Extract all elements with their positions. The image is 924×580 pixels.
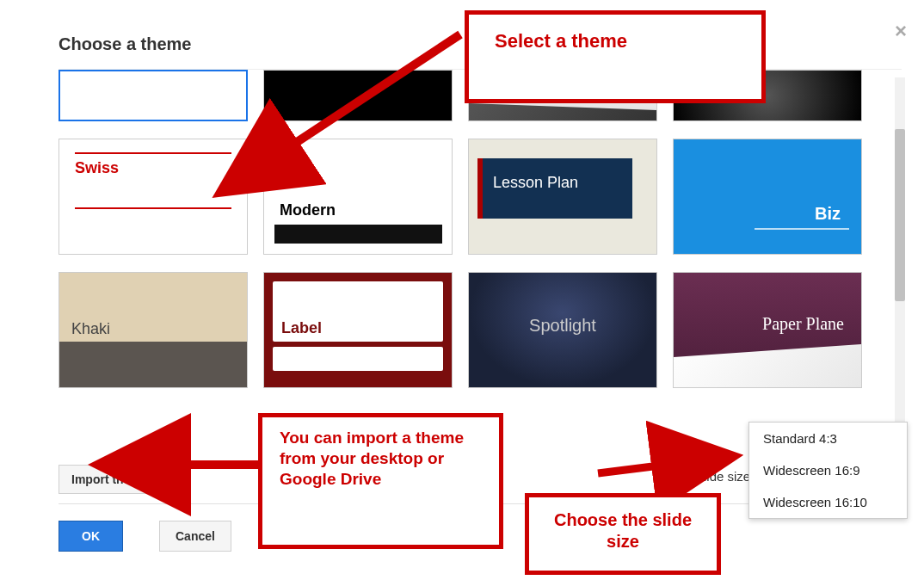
svg-line-0 xyxy=(284,34,460,151)
ok-button[interactable]: OK xyxy=(59,521,123,552)
svg-line-2 xyxy=(598,465,667,473)
theme-label: Lesson Plan xyxy=(477,158,632,219)
theme-gallery: Swiss Modern Lesson Plan Biz Khaki Label xyxy=(59,69,902,439)
theme-label: Modern xyxy=(280,201,336,219)
slide-size-option[interactable]: Widescreen 16:10 xyxy=(749,486,907,518)
theme-khaki[interactable]: Khaki xyxy=(59,272,248,388)
theme-spotlight[interactable]: Spotlight xyxy=(468,272,657,388)
theme-label: Biz xyxy=(815,204,841,224)
theme-label: Label xyxy=(273,281,443,342)
theme-card[interactable] xyxy=(59,70,248,121)
arrow-icon xyxy=(594,452,680,490)
slide-size-option[interactable]: Standard 4:3 xyxy=(749,423,907,454)
scrollbar-thumb[interactable] xyxy=(895,129,905,301)
theme-label: Spotlight xyxy=(469,273,656,336)
annotation-slide-size: Choose the slide size xyxy=(525,493,721,575)
arrow-icon xyxy=(267,26,465,167)
close-icon[interactable]: × xyxy=(895,19,907,43)
scrollbar-track[interactable] xyxy=(895,77,905,422)
theme-label: Khaki xyxy=(71,320,110,338)
theme-lesson-plan[interactable]: Lesson Plan xyxy=(468,139,657,255)
slide-size-dropdown[interactable]: Standard 4:3 Widescreen 16:9 Widescreen … xyxy=(748,422,908,519)
annotation-select-theme: Select a theme xyxy=(465,10,766,103)
theme-paper-plane[interactable]: Paper Plane xyxy=(673,272,862,388)
annotation-import: You can import a theme from your desktop… xyxy=(258,413,503,549)
theme-label: Paper Plane xyxy=(762,314,844,334)
theme-swiss[interactable]: Swiss xyxy=(59,139,248,255)
cancel-button[interactable]: Cancel xyxy=(159,521,231,552)
theme-biz[interactable]: Biz xyxy=(673,139,862,255)
arrow-icon xyxy=(163,447,267,485)
import-theme-button[interactable]: Import theme xyxy=(59,465,161,494)
slide-size-label: Slide size: xyxy=(695,469,754,484)
slide-size-option[interactable]: Widescreen 16:9 xyxy=(749,454,907,486)
theme-label: Swiss xyxy=(75,159,231,177)
theme-label-red[interactable]: Label xyxy=(263,272,453,388)
